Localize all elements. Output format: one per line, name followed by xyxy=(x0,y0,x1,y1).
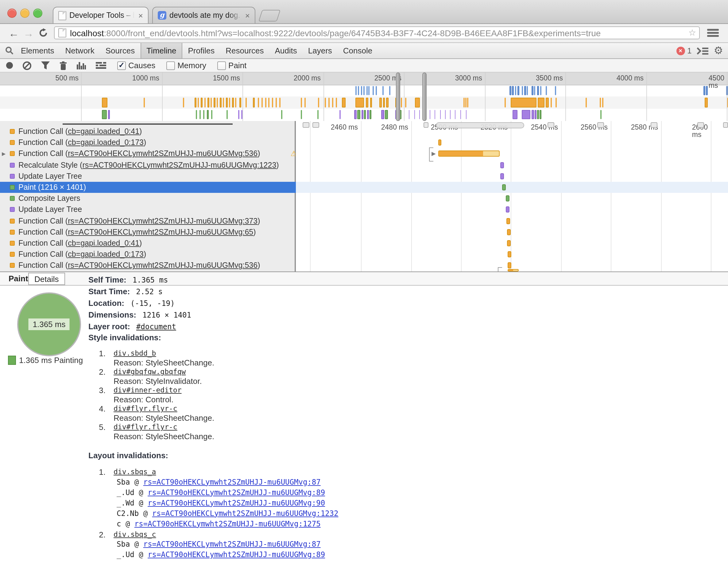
error-badge-icon[interactable]: × xyxy=(676,46,685,55)
invalidated-node-link[interactable]: div#flyr.flyr-c xyxy=(114,404,177,413)
record-row[interactable]: Update Layer Tree xyxy=(0,171,304,182)
browser-tab-devtools[interactable]: Developer Tools – https://\ × xyxy=(53,7,148,23)
record-event-bar[interactable] xyxy=(500,173,504,179)
panel-tab-console[interactable]: Console xyxy=(337,43,378,58)
record-event-bar[interactable] xyxy=(438,151,500,157)
checkbox-paint[interactable]: Paint xyxy=(217,61,246,70)
flame-view-icon[interactable] xyxy=(96,62,106,69)
browser-tab-google[interactable]: g devtools ate my dog. – Goo × xyxy=(152,7,255,23)
record-row[interactable]: Function Call (rs=ACT90oHEKCLymwht2SZmUH… xyxy=(0,215,304,226)
expand-arrow-icon[interactable]: ▶ xyxy=(2,151,6,157)
invalidated-node-link[interactable]: div#inner-editor xyxy=(114,386,182,394)
window-minimize-button[interactable] xyxy=(20,9,29,18)
checkbox-box[interactable] xyxy=(217,61,226,70)
record-source-link[interactable]: cb=gapi.loaded_0:41 xyxy=(68,239,139,248)
invalidated-node-link[interactable]: div#gbqfqw.gbqfqw xyxy=(114,367,186,376)
record-event-bar[interactable] xyxy=(508,263,511,269)
record-event-bar[interactable] xyxy=(438,139,441,146)
overview-selection-handle[interactable] xyxy=(396,72,400,121)
trash-icon[interactable] xyxy=(60,61,67,70)
chrome-menu-icon[interactable] xyxy=(707,29,719,38)
invalidated-node-link[interactable]: div.sbdd_b xyxy=(114,349,156,357)
record-source-link[interactable]: cb=gapi.loaded_0:173 xyxy=(68,250,144,259)
record-source-link[interactable]: rs=ACT90oHEKCLymwht2SZmUHJJ-mu6UUGMvg:65 xyxy=(68,228,253,237)
overview-selection-handle[interactable] xyxy=(422,72,427,121)
back-button-icon[interactable]: ← xyxy=(9,28,19,40)
record-row[interactable]: Function Call (rs=ACT90oHEKCLymwht2SZmUH… xyxy=(0,227,304,238)
stack-source-link[interactable]: rs=ACT90oHEKCLymwht2SZmUHJJ-mu6UUGMvg:89 xyxy=(148,550,325,559)
reload-icon[interactable] xyxy=(39,28,48,37)
record-event-bar[interactable] xyxy=(507,240,511,246)
stack-source-link[interactable]: rs=ACT90oHEKCLymwht2SZmUHJJ-mu6UUGMvg:87 xyxy=(143,540,321,549)
panel-tab-elements[interactable]: Elements xyxy=(15,43,60,58)
record-event-bar[interactable] xyxy=(508,269,519,272)
record-event-bar[interactable] xyxy=(502,184,506,191)
panel-tab-layers[interactable]: Layers xyxy=(302,43,337,58)
overview-event-bar xyxy=(102,110,107,119)
tab-close-icon[interactable]: × xyxy=(245,11,250,19)
stack-source-link[interactable]: rs=ACT90oHEKCLymwht2SZmUHJJ-mu6UUGMvg:89 xyxy=(148,488,325,497)
console-drawer-icon[interactable] xyxy=(697,46,709,55)
panel-tab-profiles[interactable]: Profiles xyxy=(183,43,220,58)
address-bar[interactable]: localhost:8000/front_end/devtools.html?w… xyxy=(54,26,700,39)
overview-event-bar xyxy=(380,98,382,107)
record-source-link[interactable]: cb=gapi.loaded_0:173 xyxy=(68,138,144,147)
stack-source-link[interactable]: rs=ACT90oHEKCLymwht2SZmUHJJ-mu6UUGMvg:12… xyxy=(152,509,338,518)
record-event-bar[interactable] xyxy=(508,251,511,257)
panel-tab-sources[interactable]: Sources xyxy=(100,43,140,58)
checkbox-box[interactable]: ✓ xyxy=(117,61,126,70)
record-row[interactable]: Function Call (cb=gapi.loaded_0:173) xyxy=(0,249,304,260)
record-row[interactable]: Function Call (rs=ACT90oHEKCLymwht2SZmUH… xyxy=(0,260,304,271)
stack-source-link[interactable]: rs=ACT90oHEKCLymwht2SZmUHJJ-mu6UUGMvg:12… xyxy=(134,519,321,528)
detail-field-value-link[interactable]: #document xyxy=(136,322,176,331)
record-source-link[interactable]: rs=ACT90oHEKCLymwht2SZmUHJJ-mu6UUGMvg:37… xyxy=(68,217,257,225)
panel-tab-audits[interactable]: Audits xyxy=(269,43,302,58)
invalidated-node-link[interactable]: div.sbqs_c xyxy=(114,530,156,538)
record-row[interactable]: Update Layer Tree xyxy=(0,204,304,215)
checkbox-memory[interactable]: Memory xyxy=(166,61,206,70)
record-source-link[interactable]: rs=ACT90oHEKCLymwht2SZmUHJJ-mu6UUGMvg:53… xyxy=(68,150,257,158)
checkbox-box[interactable] xyxy=(166,61,175,70)
record-event-bar[interactable] xyxy=(500,162,504,168)
new-tab-button[interactable] xyxy=(258,10,280,21)
graph-expand-arrow-icon[interactable]: ▶ xyxy=(432,151,436,157)
record-row[interactable]: Composite Layers xyxy=(0,193,304,204)
window-close-button[interactable] xyxy=(7,9,17,18)
search-icon[interactable] xyxy=(5,46,14,55)
invalidated-node-link[interactable]: div.sbqs_a xyxy=(114,468,156,476)
checkbox-causes[interactable]: ✓Causes xyxy=(117,61,155,70)
record-row[interactable]: Recalculate Style (rs=ACT90oHEKCLymwht2S… xyxy=(0,160,304,171)
tab-details[interactable]: Details xyxy=(28,273,65,285)
settings-gear-icon[interactable]: ⚙ xyxy=(714,44,723,57)
record-source-link[interactable]: rs=ACT90oHEKCLymwht2SZmUHJJ-mu6UUGMvg:12… xyxy=(82,161,276,169)
stack-source-link[interactable]: rs=ACT90oHEKCLymwht2SZmUHJJ-mu6UUGMvg:87 xyxy=(143,478,321,486)
overview-event-bar xyxy=(537,86,539,95)
forward-button-icon[interactable]: → xyxy=(23,28,34,40)
record-source-link[interactable]: cb=gapi.loaded_0:41 xyxy=(68,127,139,136)
panel-tab-timeline[interactable]: Timeline xyxy=(140,43,182,58)
detail-field-value: 1.365 ms xyxy=(133,276,168,284)
clear-button-icon[interactable] xyxy=(23,61,31,70)
record-button-icon[interactable] xyxy=(6,62,13,69)
window-maximize-button[interactable] xyxy=(33,9,42,18)
record-event-bar[interactable] xyxy=(507,218,510,224)
record-row[interactable]: Function Call (cb=gapi.loaded_0:173) xyxy=(0,137,304,148)
record-source-link[interactable]: rs=ACT90oHEKCLymwht2SZmUHJJ-mu6UUGMvg:53… xyxy=(68,261,257,270)
bookmark-star-icon[interactable]: ☆ xyxy=(686,28,696,37)
invalidated-node-link[interactable]: div#flyr.flyr-c xyxy=(114,422,177,431)
record-row[interactable]: Function Call (cb=gapi.loaded_0:41) xyxy=(0,238,304,249)
record-row[interactable]: Function Call (cb=gapi.loaded_0:41) xyxy=(0,126,304,137)
histogram-icon[interactable] xyxy=(77,61,86,69)
panel-tab-resources[interactable]: Resources xyxy=(220,43,269,58)
record-event-bar[interactable] xyxy=(506,207,510,213)
record-event-bar[interactable] xyxy=(507,229,511,235)
timeline-overview[interactable]: 500 ms1000 ms1500 ms2000 ms2500 ms3000 m… xyxy=(0,72,728,121)
record-row[interactable]: ▶Function Call (rs=ACT90oHEKCLymwht2SZmU… xyxy=(0,148,304,160)
record-row[interactable]: Paint (1216 × 1401) xyxy=(0,182,304,193)
record-event-bar[interactable] xyxy=(506,195,510,202)
tab-close-icon[interactable]: × xyxy=(138,11,143,19)
panel-tab-network[interactable]: Network xyxy=(60,43,100,58)
filter-icon[interactable] xyxy=(41,61,50,69)
overview-event-bar xyxy=(522,86,523,95)
stack-source-link[interactable]: rs=ACT90oHEKCLymwht2SZmUHJJ-mu6UUGMvg:90 xyxy=(148,499,325,507)
